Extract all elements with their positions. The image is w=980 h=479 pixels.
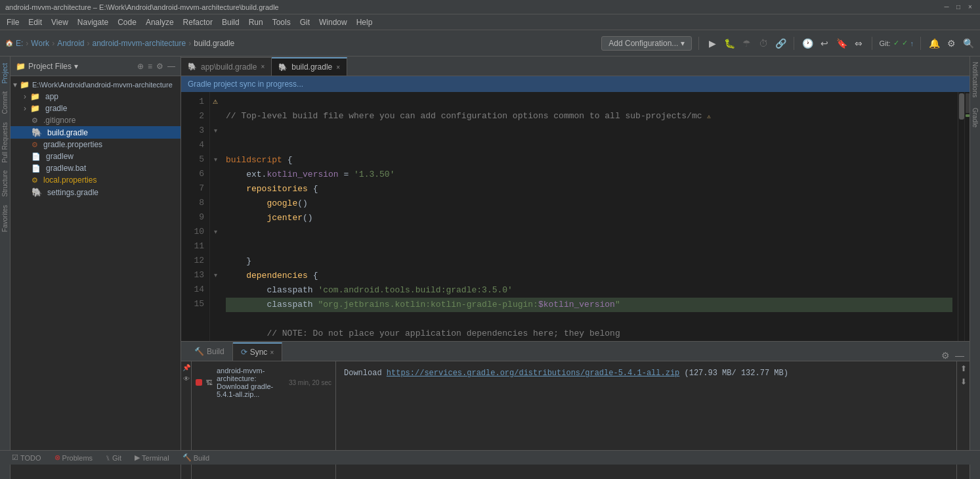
- tree-app[interactable]: › 📁 app: [11, 91, 181, 103]
- scroll-bottom-icon[interactable]: ⬇: [960, 377, 967, 386]
- sidebar-project[interactable]: Project: [0, 59, 10, 87]
- sidebar-structure[interactable]: Structure: [0, 166, 10, 201]
- editor-scrollbar[interactable]: [958, 92, 964, 341]
- menu-git[interactable]: Git: [296, 16, 314, 28]
- build-gradle-label: build.gradle: [47, 128, 88, 137]
- sidebar-favorites[interactable]: Favorites: [0, 201, 10, 236]
- stop-button[interactable]: [196, 379, 202, 386]
- tab-build-close[interactable]: ×: [336, 64, 340, 71]
- breadcrumb-android[interactable]: Android: [57, 39, 84, 48]
- fold-10[interactable]: ▾: [210, 225, 221, 239]
- history-button[interactable]: 🕐: [801, 37, 814, 50]
- fold-13[interactable]: ▾: [210, 268, 221, 283]
- window-title: android-mvvm-architecture – E:\Work\Andr…: [5, 3, 279, 11]
- menu-file[interactable]: File: [3, 16, 23, 28]
- collapse-icon[interactable]: ≡: [148, 62, 152, 71]
- tree-local-properties[interactable]: ⚙ local.properties: [11, 174, 181, 186]
- sidebar-gradle[interactable]: Gradle: [970, 105, 980, 130]
- breadcrumb-project[interactable]: android-mvvm-architecture: [93, 39, 186, 48]
- menu-help[interactable]: Help: [352, 16, 377, 28]
- build-tree-item[interactable]: 🏗 android-mvvm-architecture: Download gr…: [192, 364, 335, 401]
- sidebar-commit[interactable]: Commit: [0, 87, 10, 118]
- minimize-icon-bottom[interactable]: —: [955, 350, 964, 361]
- tab-problems[interactable]: ⊗ Problems: [48, 453, 99, 462]
- tab-app-label: app\build.gradle: [201, 62, 257, 72]
- tree-gradle[interactable]: › 📁 gradle: [11, 103, 181, 114]
- menu-code[interactable]: Code: [114, 16, 140, 28]
- tab-sync[interactable]: ⟳ Sync ×: [233, 342, 283, 361]
- breadcrumb-work[interactable]: Work: [31, 39, 49, 48]
- sidebar-notifications[interactable]: Notifications: [970, 59, 980, 100]
- settings-icon-bottom[interactable]: ⚙: [941, 350, 950, 361]
- line-4-var: kotlin_version: [266, 170, 338, 179]
- search-everywhere-button[interactable]: 🔍: [962, 37, 975, 50]
- coverage-button[interactable]: ☂: [740, 37, 753, 50]
- menu-analyze[interactable]: Analyze: [142, 16, 178, 28]
- eye-icon[interactable]: 👁: [183, 375, 190, 382]
- sync-close[interactable]: ×: [270, 349, 274, 356]
- tree-build-gradle[interactable]: 🐘 build.gradle: [11, 126, 181, 139]
- line-10-fn: dependencies: [226, 271, 308, 281]
- minimize-panel-icon[interactable]: —: [167, 62, 175, 71]
- scroll-top-icon[interactable]: ⬆: [960, 364, 967, 373]
- minimize-button[interactable]: ─: [942, 3, 951, 12]
- toolbar-right: Add Configuration... ▾ ▶ 🐛 ☂ ⏱ 🔗 🕐 ↩ 🔖 ⇔…: [601, 36, 975, 51]
- breadcrumb-file[interactable]: build.gradle: [194, 39, 234, 48]
- tab-build[interactable]: 🔨 Build: [186, 342, 233, 361]
- add-configuration-button[interactable]: Add Configuration... ▾: [601, 36, 692, 51]
- git-arrow-up: ↑: [910, 39, 914, 47]
- line-numbers: 1 2 3 4 5 6 7 8 9 10 11 12 13 14 15: [181, 92, 210, 341]
- menu-run[interactable]: Run: [245, 16, 267, 28]
- tab-build-gradle[interactable]: 🐘 build.gradle ×: [272, 57, 347, 76]
- editor-code[interactable]: // Top-level build file where you can ad…: [221, 92, 958, 341]
- pin-icon[interactable]: 📌: [182, 364, 190, 371]
- breadcrumb-e[interactable]: E:: [16, 39, 23, 48]
- menu-build[interactable]: Build: [218, 16, 244, 28]
- tree-settings-gradle[interactable]: 🐘 settings.gradle: [11, 186, 181, 198]
- profile-button[interactable]: ⏱: [757, 37, 770, 50]
- undo-button[interactable]: ↩: [818, 37, 831, 50]
- debug-button[interactable]: 🐛: [723, 37, 736, 50]
- tree-gradlew[interactable]: 📄 gradlew: [11, 150, 181, 162]
- notifications-button[interactable]: 🔔: [927, 37, 941, 50]
- diff-button[interactable]: ⇔: [852, 37, 865, 50]
- fold-5[interactable]: ▾: [210, 152, 221, 167]
- menu-tools[interactable]: Tools: [268, 16, 295, 28]
- line-6-plain: (): [297, 198, 308, 208]
- editor-minimap: [964, 92, 969, 341]
- editor-area: 1 2 3 4 5 6 7 8 9 10 11 12 13 14 15: [181, 92, 969, 341]
- menu-view[interactable]: View: [47, 16, 72, 28]
- window-controls[interactable]: ─ □ ×: [942, 3, 975, 12]
- locate-icon[interactable]: ⊕: [137, 62, 144, 71]
- options-icon[interactable]: ⚙: [156, 62, 163, 71]
- settings-button[interactable]: ⚙: [945, 37, 958, 50]
- tab-app-close[interactable]: ×: [261, 63, 265, 70]
- maximize-button[interactable]: □: [954, 3, 963, 12]
- build-time: 33 min, 20 sec: [289, 379, 331, 386]
- editor-gutter: ⚠ ▾ ▾ ▾ ▾: [210, 92, 221, 341]
- run-button[interactable]: ▶: [706, 37, 719, 50]
- menu-window[interactable]: Window: [315, 16, 351, 28]
- tab-git-bottom[interactable]: ⑊ Git: [99, 454, 128, 462]
- tab-todo[interactable]: ☑ TODO: [5, 453, 48, 462]
- menu-bar: File Edit View Navigate Code Analyze Ref…: [0, 14, 980, 30]
- menu-edit[interactable]: Edit: [24, 16, 46, 28]
- bookmark-button[interactable]: 🔖: [835, 37, 848, 50]
- tab-build-bottom[interactable]: 🔨 Build: [176, 453, 216, 462]
- attach-button[interactable]: 🔗: [774, 37, 787, 50]
- tab-terminal[interactable]: ▶ Terminal: [128, 453, 176, 462]
- fold-3[interactable]: ▾: [210, 124, 221, 138]
- download-link[interactable]: https://services.gradle.org/distribution…: [387, 369, 679, 378]
- tree-gradle-properties[interactable]: ⚙ gradle.properties: [11, 139, 181, 150]
- tree-gitignore[interactable]: ⚙ .gitignore: [11, 114, 181, 126]
- tab-app-build-gradle[interactable]: 🐘 app\build.gradle ×: [181, 57, 272, 76]
- tree-gradlew-bat[interactable]: 📄 gradlew.bat: [11, 162, 181, 174]
- build-icon: 🔨: [194, 347, 204, 356]
- sidebar-pull-requests[interactable]: Pull Requests: [0, 118, 10, 167]
- menu-navigate[interactable]: Navigate: [74, 16, 112, 28]
- dropdown-chevron[interactable]: ▾: [74, 62, 78, 71]
- close-button[interactable]: ×: [966, 3, 975, 12]
- menu-refactor[interactable]: Refactor: [179, 16, 217, 28]
- tree-root[interactable]: ▾ 📁 E:\Work\Android\android-mvvm-archite…: [11, 79, 181, 91]
- sync-icon: ⟳: [241, 348, 247, 357]
